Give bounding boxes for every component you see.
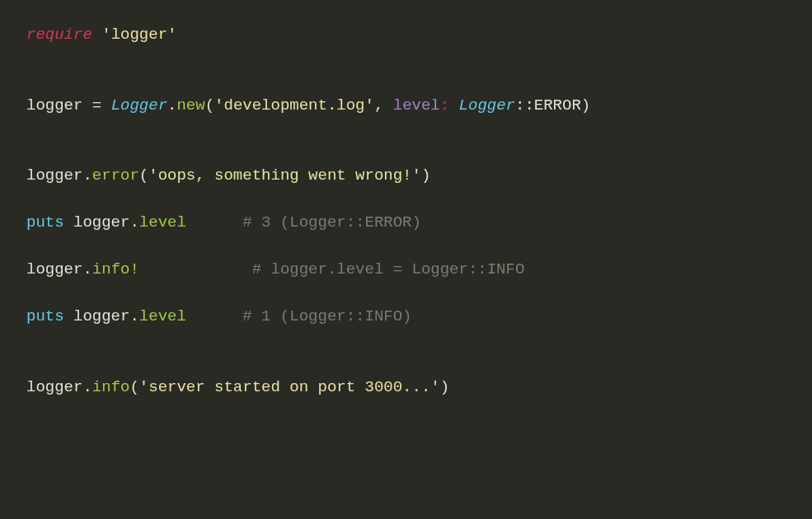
code-token: logger.: [64, 213, 139, 231]
code-token: logger.: [26, 166, 92, 185]
code-token: (: [129, 378, 138, 396]
code-token: require: [26, 26, 92, 44]
code-token: level: [393, 96, 440, 115]
code-token: puts: [26, 307, 64, 325]
code-token: new: [176, 96, 204, 115]
code-token: error: [92, 166, 139, 185]
code-token: ): [440, 378, 449, 396]
code-token: # 3 (Logger::ERROR): [242, 213, 421, 231]
code-token: (: [205, 96, 214, 115]
code-token: ): [421, 166, 430, 185]
code-line: [26, 235, 786, 259]
code-line: logger = Logger.new('development.log', l…: [26, 94, 786, 118]
code-token: [186, 307, 242, 325]
code-token: info!: [92, 260, 139, 278]
code-token: =: [92, 96, 111, 115]
code-token: info: [92, 378, 130, 396]
code-token: logger: [26, 96, 92, 115]
code-token: # logger.level = Logger::INFO: [252, 260, 525, 278]
code-token: logger.: [26, 378, 92, 396]
code-token: [139, 260, 252, 278]
code-token: 'logger': [101, 26, 176, 44]
code-token: ,: [374, 96, 393, 115]
code-line: logger.info! # logger.level = Logger::IN…: [26, 258, 786, 282]
code-line: [26, 70, 786, 94]
code-token: logger.: [26, 260, 92, 278]
code-token: ::ERROR): [515, 96, 590, 115]
code-token: (: [139, 166, 148, 185]
code-token: 'server started on port 3000...': [139, 378, 440, 396]
code-line: puts logger.level # 3 (Logger::ERROR): [26, 211, 786, 235]
code-block: require 'logger'logger = Logger.new('dev…: [0, 0, 812, 422]
code-line: [26, 141, 786, 165]
code-line: [26, 329, 786, 353]
code-token: 'development.log': [214, 96, 374, 115]
code-token: [92, 26, 101, 44]
code-line: logger.error('oops, something went wrong…: [26, 164, 786, 188]
code-token: Logger: [459, 96, 515, 115]
code-token: # 1 (Logger::INFO): [242, 307, 411, 325]
code-token: puts: [26, 213, 64, 231]
code-token: [186, 213, 242, 231]
code-line: require 'logger': [26, 23, 786, 47]
code-token: 'oops, something went wrong!': [148, 166, 421, 185]
code-line: [26, 352, 786, 376]
code-token: :: [440, 96, 459, 115]
code-token: logger.: [64, 307, 139, 325]
code-line: logger.info('server started on port 3000…: [26, 376, 786, 400]
code-line: [26, 188, 786, 212]
code-line: [26, 282, 786, 306]
code-token: level: [139, 213, 186, 231]
code-token: Logger: [111, 96, 167, 115]
code-line: puts logger.level # 1 (Logger::INFO): [26, 305, 786, 329]
code-line: [26, 47, 786, 71]
code-token: .: [167, 96, 176, 115]
code-line: [26, 117, 786, 141]
code-token: level: [139, 307, 186, 325]
